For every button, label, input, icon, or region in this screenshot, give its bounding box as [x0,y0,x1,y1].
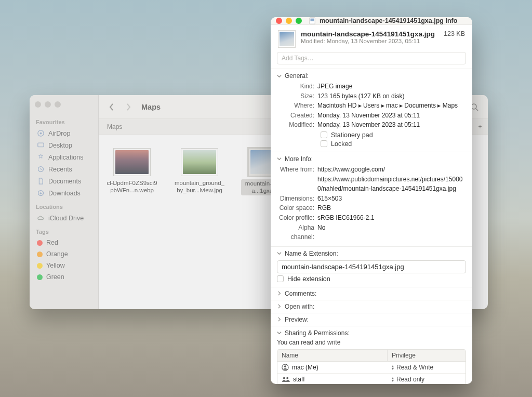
permissions-table: Name Privilege mac (Me) ▴▾Read & Write s… [277,349,466,384]
section-header-sharing[interactable]: Sharing & Permissions: [277,329,466,337]
file-thumb [113,148,151,176]
recents-icon [37,165,45,173]
tag-dot-red [37,240,43,246]
section-title: Sharing & Permissions: [285,329,350,337]
chevron-right-icon [277,304,282,309]
sidebar-tag-red[interactable]: Red [34,237,95,248]
info-thumbnail [278,30,296,48]
user-icon [282,364,289,371]
info-header: mountain-landscape-1454191451gxa.jpg Mod… [271,25,472,52]
hide-extension-checkbox[interactable]: Hide extension [277,275,466,283]
minimize-dot[interactable] [45,101,51,108]
tag-dot-green [37,274,43,280]
label-modified: Modified: [277,120,317,130]
finder-tab[interactable]: Maps [99,119,130,134]
checkbox-icon [277,275,284,282]
section-header-preview[interactable]: Preview: [277,316,466,323]
file-item[interactable]: mountain_ground_by_bur...lview.jpg [174,148,225,194]
filename-input[interactable]: mountain-landscape-1454191451gxa.jpg [277,260,466,273]
file-name: cHJpdmF0ZS9sci9pbWFn...n.webp [106,179,158,194]
label-colorprofile: Color profile: [277,213,317,223]
section-openwith: Open with: [271,300,472,313]
tags-input[interactable]: Add Tags… [277,52,466,64]
sidebar-head-tags: Tags [36,229,95,235]
value-colorprofile: sRGB IEC61966-2.1 [317,213,466,223]
close-button[interactable] [276,18,282,24]
svg-rect-16 [311,19,314,21]
perm-name: mac (Me) [292,364,318,371]
svg-point-1 [40,133,42,135]
label-dimensions: Dimensions: [277,194,317,204]
svg-point-18 [284,365,286,367]
section-sharing: Sharing & Permissions: You can read and … [271,326,472,384]
zoom-button[interactable] [296,18,302,24]
updown-icon: ▴▾ [392,377,394,382]
minimize-button[interactable] [286,18,292,24]
airdrop-icon [37,129,45,137]
sidebar-item-downloads[interactable]: Downloads [34,188,95,198]
value-dimensions: 615×503 [317,194,466,204]
value-wherefrom: https://www.google.com/https://www.publi… [317,165,466,194]
section-header-comments[interactable]: Comments: [277,290,466,297]
info-filename: mountain-landscape-1454191451gxa.jpg [301,30,438,38]
chevron-right-icon [277,291,282,296]
sidebar-item-documents[interactable]: Documents [34,176,95,187]
section-header-moreinfo[interactable]: More Info: [277,155,466,163]
checkbox-icon [321,140,327,147]
perm-name: staff [293,376,304,383]
info-titlebar: mountain-landscape-1454191451gxa.jpg Inf… [271,17,472,25]
file-item[interactable]: cHJpdmF0ZS9sci9pbWFn...n.webp [106,148,158,194]
finder-title: Maps [141,103,161,111]
sidebar-label: Documents [48,178,81,185]
checkbox-label: Stationery pad [331,131,373,139]
perm-priv[interactable]: Read & Write [396,364,433,371]
value-colorspace: RGB [317,203,466,213]
sidebar-label: Downloads [48,190,81,197]
svg-rect-2 [38,143,44,147]
nav-forward-button[interactable] [123,101,134,113]
section-title: More Info: [285,155,313,163]
value-alpha: No [317,223,466,242]
sidebar-label: Red [46,239,58,246]
cloud-icon [37,214,45,222]
section-preview: Preview: [271,313,472,326]
group-icon [282,376,290,382]
sidebar-item-applications[interactable]: Applications [34,152,95,163]
permissions-header: Name Privilege [277,350,466,362]
section-title: General: [285,72,309,80]
label-size: Size: [277,91,317,101]
perm-summary: You can read and write [277,339,466,346]
section-header-general[interactable]: General: [277,72,466,80]
section-header-nameext[interactable]: Name & Extension: [277,250,466,257]
sidebar-head-locations: Locations [36,204,95,210]
value-where: Macintosh HD ▸ Users ▸ mac ▸ Documents ▸… [317,101,466,111]
section-general: General: Kind:JPEG image Size:123 165 by… [271,69,472,152]
chevron-down-icon [277,156,282,161]
chevron-down-icon [277,330,282,335]
sidebar-item-recents[interactable]: Recents [34,164,95,175]
value-kind: JPEG image [317,82,466,91]
section-title: Comments: [285,290,316,297]
zoom-dot[interactable] [55,101,61,108]
sidebar-tag-orange[interactable]: Orange [34,249,95,259]
checkbox-label: Hide extension [287,275,330,283]
sidebar-tag-green[interactable]: Green [34,272,95,282]
label-alpha: Alpha channel: [277,223,317,242]
checkbox-icon [321,131,327,138]
section-title: Preview: [285,316,309,323]
new-tab-button[interactable]: + [472,123,488,130]
sidebar-tag-yellow[interactable]: Yellow [34,260,95,271]
close-dot[interactable] [35,101,41,108]
sidebar-item-desktop[interactable]: Desktop [34,140,95,151]
stationery-checkbox[interactable]: Stationery pad [321,131,466,139]
nav-back-button[interactable] [106,101,117,113]
perm-priv[interactable]: Read only [396,376,424,383]
locked-checkbox[interactable]: Locked [321,140,466,148]
permission-row[interactable]: staff ▴▾Read only [277,374,466,384]
sidebar-label: Desktop [48,142,72,149]
sidebar-item-icloud[interactable]: iCloud Drive [34,213,95,223]
sidebar-item-airdrop[interactable]: AirDrop [34,128,95,139]
permission-row[interactable]: mac (Me) ▴▾Read & Write [277,362,466,374]
section-title: Open with: [285,303,314,310]
section-header-openwith[interactable]: Open with: [277,303,466,310]
